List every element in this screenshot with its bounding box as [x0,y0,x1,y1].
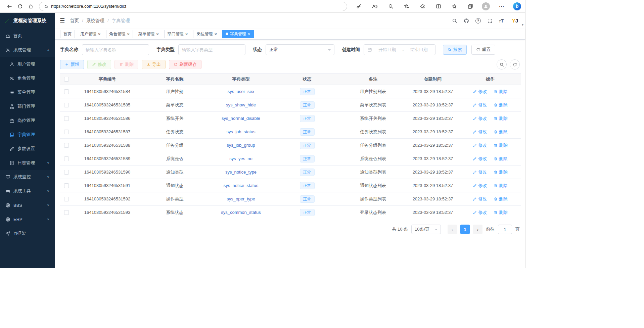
dict-type-link[interactable]: sys_oper_type [227,196,255,201]
row-checkbox[interactable] [64,130,69,134]
row-edit-link[interactable]: 修改 [473,209,487,216]
github-icon[interactable] [464,18,469,24]
tab-close-icon[interactable]: × [156,32,159,36]
dict-type-link[interactable]: sys_notice_status [224,183,258,188]
row-checkbox[interactable] [64,89,69,94]
sidebar-menu-item[interactable]: 日志管理 ∨ [0,156,55,170]
goto-page-input[interactable] [498,225,512,234]
status-select[interactable]: 正常 [266,44,334,55]
edit-button[interactable]: 修改 [87,60,111,69]
tab-close-icon[interactable]: × [98,32,101,36]
password-key-icon[interactable] [355,2,363,11]
dict-type-input[interactable] [182,47,242,52]
collections-icon[interactable] [466,2,475,11]
row-edit-link[interactable]: 修改 [473,142,487,148]
dict-type-link[interactable]: sys_job_group [227,143,255,148]
refresh-table-button[interactable] [510,59,520,69]
add-favorite-icon[interactable] [402,2,411,11]
browser-profile-avatar[interactable] [482,2,490,10]
breadcrumb-link[interactable]: 系统管理 [86,18,104,24]
sidebar-menu-item[interactable]: 角色管理 [0,71,55,85]
sidebar-menu-item[interactable]: BBS ∨ [0,198,55,212]
row-delete-link[interactable]: 删除 [494,115,508,122]
favorites-icon[interactable] [450,2,459,11]
row-delete-link[interactable]: 删除 [494,209,508,216]
extensions-icon[interactable] [418,2,427,11]
split-screen-icon[interactable] [434,2,443,11]
breadcrumb-link[interactable]: 首页 [70,18,79,24]
row-edit-link[interactable]: 修改 [473,115,487,122]
dict-type-link[interactable]: sys_normal_disable [222,116,260,121]
date-range-picker[interactable]: 开始日期 - 结束日期 [364,44,435,55]
browser-refresh-button[interactable] [15,1,26,12]
row-checkbox[interactable] [64,156,69,161]
add-button[interactable]: 新增 [60,60,84,69]
view-tab[interactable]: 字典管理 × [222,30,254,38]
row-checkbox[interactable] [64,103,69,107]
row-delete-link[interactable]: 删除 [494,102,508,108]
row-delete-link[interactable]: 删除 [494,142,508,148]
sidebar-menu-item[interactable]: ERP ∨ [0,212,55,226]
row-edit-link[interactable]: 修改 [473,183,487,189]
refresh-cache-button[interactable]: 刷新缓存 [169,60,201,69]
dict-type-link[interactable]: sys_common_status [221,210,261,215]
row-edit-link[interactable]: 修改 [473,89,487,95]
sidebar-menu-item[interactable]: 岗位管理 [0,113,55,128]
row-edit-link[interactable]: 修改 [473,129,487,135]
breadcrumb-link[interactable]: 字典管理 [112,18,130,24]
header-search-icon[interactable] [452,18,457,24]
view-tab[interactable]: 角色管理 × [106,30,133,38]
view-tab[interactable]: 首页 [60,30,75,38]
sidebar-menu-item[interactable]: 系统管理 ∧ [0,43,55,57]
row-delete-link[interactable]: 删除 [494,196,508,202]
row-checkbox[interactable] [64,116,69,121]
row-edit-link[interactable]: 修改 [473,156,487,162]
row-delete-link[interactable]: 删除 [494,89,508,95]
font-size-icon[interactable]: TT [499,18,504,24]
sidebar-toggle-icon[interactable]: ☰ [60,17,65,24]
sidebar-menu-item[interactable]: 系统工具 ∨ [0,184,55,198]
row-edit-link[interactable]: 修改 [473,169,487,175]
zoom-out-icon[interactable] [386,2,395,11]
row-delete-link[interactable]: 删除 [494,169,508,175]
row-delete-link[interactable]: 删除 [494,183,508,189]
view-tab[interactable]: 菜单管理 × [135,30,162,38]
row-edit-link[interactable]: 修改 [473,196,487,202]
reset-button[interactable]: 重置 [471,45,495,55]
sidebar-menu-item[interactable]: 部门管理 [0,99,55,113]
help-icon[interactable]: ? [475,18,481,24]
delete-button[interactable]: 删除 [114,60,138,69]
select-all-checkbox[interactable] [64,77,69,82]
dict-type-link[interactable]: sys_user_sex [228,89,254,94]
search-button[interactable]: 搜索 [443,45,467,55]
row-checkbox[interactable] [64,143,69,148]
sidebar-menu-item[interactable]: 用户管理 [0,57,55,71]
row-delete-link[interactable]: 删除 [494,156,508,162]
sidebar-menu-item[interactable]: 系统监控 ∨ [0,170,55,184]
browser-back-button[interactable] [4,1,15,12]
dict-type-link[interactable]: sys_job_status [227,129,256,134]
row-delete-link[interactable]: 删除 [494,129,508,135]
sidebar-menu-item[interactable]: 字典管理 [0,128,55,142]
address-bar[interactable]: https://ccnetcore.com:1101/system/dict [39,2,347,11]
tab-close-icon[interactable]: × [214,32,217,36]
row-checkbox[interactable] [64,170,69,175]
browser-menu-icon[interactable]: ⋯ [497,2,506,11]
dict-type-link[interactable]: sys_notice_type [225,170,257,175]
dict-type-link[interactable]: sys_show_hide [226,102,256,107]
export-button[interactable]: 导出 [142,60,166,69]
view-tab[interactable]: 用户管理 × [77,30,104,38]
row-checkbox[interactable] [64,210,69,215]
prev-page-button[interactable]: ‹ [448,225,457,234]
sidebar-menu-item[interactable]: 参数设置 [0,142,55,156]
next-page-button[interactable]: › [473,225,482,234]
sidebar-menu-item[interactable]: Yi框架 [0,226,55,240]
user-avatar[interactable]: YJ ▾ [510,16,520,26]
page-size-select[interactable]: 10条/页 [411,225,441,234]
dict-name-input[interactable] [86,47,145,52]
page-number-button[interactable]: 1 [460,225,470,234]
row-edit-link[interactable]: 修改 [473,102,487,108]
bing-copilot-icon[interactable]: b [513,2,521,10]
view-tab[interactable]: 部门管理 × [164,30,191,38]
tab-close-icon[interactable]: × [185,32,188,36]
